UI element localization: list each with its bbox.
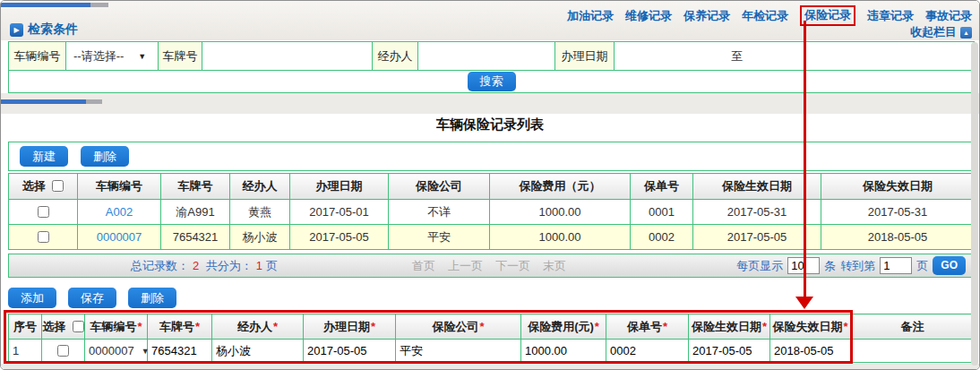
cell-handler: 杨小波 <box>230 225 290 250</box>
col-select: 选择 <box>9 174 78 200</box>
col-vehicle-no: 车辆编号 <box>78 174 161 200</box>
insurance-records-table: 选择 车辆编号 车牌号 经办人 办理日期 保险公司 保险费用（元） 保单号 保险… <box>8 173 975 250</box>
col-remark: 备注 <box>851 314 975 340</box>
cell-company: 不详 <box>389 200 490 225</box>
required-mark: * <box>843 320 847 333</box>
cell-expiry-date: 2018-05-05 <box>821 225 975 250</box>
collapse-up-icon[interactable]: ▲ <box>960 27 972 39</box>
handle-date-label: 办理日期 <box>555 42 615 71</box>
cell-fee: 1000.00 <box>490 225 631 250</box>
edit-row-checkbox[interactable] <box>57 345 69 357</box>
edit-fee-input[interactable] <box>521 344 606 357</box>
select-all-checkbox[interactable] <box>52 180 64 192</box>
cell-plate: 7654321 <box>161 225 230 250</box>
col-handle-date: 办理日期* <box>304 314 396 340</box>
plate-no-input[interactable] <box>202 45 372 68</box>
per-page-input[interactable] <box>787 257 820 274</box>
goto-page-input[interactable] <box>880 257 912 274</box>
progress-blue-segment <box>1 99 86 104</box>
edit-remark-input[interactable] <box>851 344 974 357</box>
date-from-input[interactable] <box>615 45 731 68</box>
search-section-title: 检索条件 <box>28 22 78 38</box>
edit-handler-input[interactable] <box>212 344 303 357</box>
required-mark: * <box>195 320 200 333</box>
cell-plate: 渝A991 <box>161 200 230 225</box>
vehicle-no-link[interactable]: 0000007 <box>97 230 142 244</box>
delete-rows-button[interactable]: 删除 <box>128 288 176 308</box>
bottom-strip <box>1 364 979 370</box>
col-handle-date: 办理日期 <box>290 174 389 200</box>
required-mark: * <box>273 320 278 333</box>
page-size-controls: 每页显示 条 转到第 页 GO <box>736 256 966 275</box>
col-insurance-company: 保险公司* <box>396 314 521 340</box>
required-mark: * <box>663 320 667 333</box>
date-range-fields: 至 <box>615 45 974 68</box>
nav-inspection-records[interactable]: 年检记录 <box>742 8 788 24</box>
total-records-label: 总记录数： <box>131 259 189 272</box>
edit-select-all-checkbox[interactable] <box>73 321 84 332</box>
col-expiry-date: 保险失效日期* <box>770 314 851 340</box>
edit-expiry-date-input[interactable] <box>770 344 850 357</box>
nav-accident-records[interactable]: 事故记录 <box>925 8 972 24</box>
col-plate-no: 车牌号 <box>161 174 230 200</box>
cell-date: 2017-05-01 <box>290 200 389 225</box>
progress-gray-segment <box>90 3 108 7</box>
insurance-edit-table: 序号 选择 车辆编号* 车牌号* 经办人* 办理日期* 保险公司* 保险费用(元… <box>8 314 975 363</box>
nav-maintenance-records[interactable]: 保养记录 <box>683 8 730 24</box>
col-insurance-fee: 保险费用(元)* <box>521 314 606 340</box>
edit-effective-date-input[interactable] <box>689 344 769 357</box>
last-page-link[interactable]: 末页 <box>543 258 566 274</box>
date-separator: 至 <box>731 48 743 65</box>
cell-fee: 1000.00 <box>490 200 631 225</box>
top-progress-bar <box>1 3 108 7</box>
table-row: A002 渝A991 黄燕 2017-05-01 不详 1000.00 0001… <box>9 200 975 225</box>
cell-effective-date: 2017-05-05 <box>693 225 821 250</box>
chevron-down-icon: ▼ <box>138 52 146 61</box>
col-index: 序号 <box>9 314 42 340</box>
handler-input[interactable] <box>418 45 554 68</box>
table-header-row: 选择 车辆编号 车牌号 经办人 办理日期 保险公司 保险费用（元） 保单号 保险… <box>9 174 975 200</box>
new-button[interactable]: 新建 <box>20 146 68 167</box>
cell-policy-no: 0001 <box>631 200 693 225</box>
prev-page-link[interactable]: 上一页 <box>448 258 483 274</box>
list-toolbar: 新建 删除 <box>8 142 974 171</box>
vertical-scrollbar[interactable] <box>971 42 978 366</box>
edit-header-row: 序号 选择 车辆编号* 车牌号* 经办人* 办理日期* 保险公司* 保险费用(元… <box>9 314 975 340</box>
top-bar: 加油记录 维修记录 保养记录 年检记录 保险记录 违章记录 事故记录 收起栏目 … <box>1 1 979 40</box>
vehicle-no-link[interactable]: A002 <box>106 205 133 219</box>
edit-row: 1 0000007 ▼ <box>9 340 975 363</box>
go-button[interactable]: GO <box>933 256 966 275</box>
edit-vehicle-no-select[interactable]: 0000007 ▼ <box>85 344 147 357</box>
cell-date: 2017-05-05 <box>290 225 389 250</box>
date-to-input[interactable] <box>743 45 974 68</box>
collapse-label[interactable]: 收起栏目 <box>910 24 957 40</box>
nav-repair-records[interactable]: 维修记录 <box>625 8 672 24</box>
edit-company-input[interactable] <box>396 344 520 357</box>
edit-policy-no-input[interactable] <box>606 344 688 357</box>
vehicle-no-selected-value: --请选择-- <box>73 48 124 65</box>
row-select-checkbox[interactable] <box>38 231 49 243</box>
required-mark: * <box>137 320 142 333</box>
edit-date-input[interactable] <box>304 344 395 357</box>
col-expiry-date: 保险失效日期 <box>821 174 975 200</box>
add-button[interactable]: 添加 <box>8 288 56 308</box>
row-select-checkbox[interactable] <box>38 206 49 218</box>
col-effective-date: 保险生效日期 <box>693 174 821 200</box>
nav-fuel-records[interactable]: 加油记录 <box>567 8 614 24</box>
first-page-link[interactable]: 首页 <box>412 258 435 274</box>
save-button[interactable]: 保存 <box>68 288 116 308</box>
next-page-link[interactable]: 下一页 <box>495 258 530 274</box>
cell-handler: 黄燕 <box>230 200 290 225</box>
nav-insurance-records[interactable]: 保险记录 <box>800 5 855 26</box>
edit-plate-input[interactable] <box>148 344 211 357</box>
vehicle-no-select[interactable]: --请选择-- ▼ <box>66 48 158 65</box>
record-stats: 总记录数：2 共分为：1页 <box>131 258 278 274</box>
search-section-header: ▶ 检索条件 <box>10 22 78 38</box>
search-button[interactable]: 搜索 <box>468 72 516 91</box>
pagination-bar: 总记录数：2 共分为：1页 首页 上一页 下一页 末页 每页显示 条 转到第 页… <box>8 254 974 278</box>
delete-button[interactable]: 删除 <box>81 146 129 167</box>
col-select-label: 选择 <box>22 179 46 193</box>
nav-violation-records[interactable]: 违章记录 <box>867 8 914 24</box>
edit-toolbar: 添加 保存 删除 <box>8 288 176 308</box>
collapse-panel-control[interactable]: 收起栏目 ▲ <box>910 24 972 40</box>
